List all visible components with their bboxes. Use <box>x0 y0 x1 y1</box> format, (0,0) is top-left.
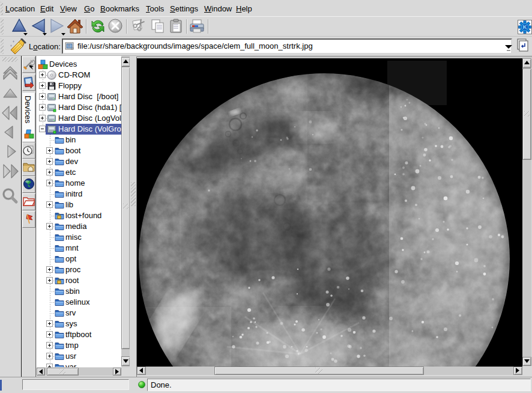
svg-text:K: K <box>523 24 527 30</box>
